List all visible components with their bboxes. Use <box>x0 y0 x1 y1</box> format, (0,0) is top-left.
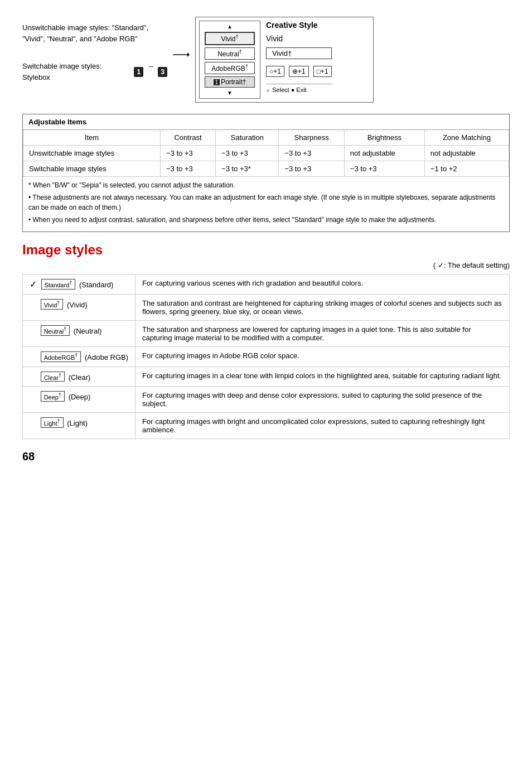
num-box-3: 3 <box>158 67 167 77</box>
menu-list: ▲ Vivid† Neutral† AdobeRGB† 1Portrait† ▼ <box>199 21 260 99</box>
row2-sharpness: −3 to +3 <box>279 161 344 177</box>
adjustment-controls: ○+1 ⊕+1 □+1 <box>266 66 332 77</box>
row1-contrast: −3 to +3 <box>161 146 216 161</box>
list-item: Clear† (Clear) For capturing images in a… <box>23 367 510 387</box>
style-name-standard: (Standard) <box>79 281 113 289</box>
col-header-item: Item <box>23 130 161 146</box>
row1-sharpness: −3 to +3 <box>279 146 344 161</box>
list-item: Light† (Light) For capturing images with… <box>23 413 510 439</box>
style-icon-clear: Clear† <box>41 372 65 382</box>
adjustable-items-table: Item Contrast Saturation Sharpness Brigh… <box>23 130 509 177</box>
style-icon-cell-neutral: Neutral† (Neutral) <box>23 321 136 347</box>
style-icon-neutral: Neutral† <box>41 325 70 336</box>
arrow-up-icon: ▲ <box>227 23 233 30</box>
style-desc-deep: For capturing images with deep and dense… <box>136 387 510 413</box>
selected-style-label: Vivid <box>266 34 332 43</box>
adjustable-items-title: Adjustable Items <box>23 114 509 130</box>
menu-item-neutral: Neutral† <box>205 47 255 60</box>
page-number: 68 <box>22 450 510 463</box>
style-name-vivid: (Vivid) <box>67 301 88 309</box>
style-name-light: (Light) <box>67 419 88 427</box>
image-styles-title: Image styles <box>22 242 510 258</box>
col-header-saturation: Saturation <box>216 130 279 146</box>
style-icon-deep: Deep† <box>41 391 65 402</box>
adj-contrast: ○+1 <box>266 66 284 77</box>
style-icon-cell-light: Light† (Light) <box>23 413 136 439</box>
arrow-down-icon: ▼ <box>227 90 233 96</box>
arrow-connector <box>173 17 190 59</box>
style-name-deep: (Deep) <box>69 393 91 401</box>
row2-contrast: −3 to +3 <box>161 161 216 177</box>
note-3: • When you need to adjust contrast, satu… <box>28 215 504 225</box>
row1-saturation: −3 to +3 <box>216 146 279 161</box>
style-icon-cell-clear: Clear† (Clear) <box>23 367 136 387</box>
menu-item-vivid: Vivid† <box>205 32 255 45</box>
right-arrow-icon <box>173 50 190 59</box>
style-icon-light: Light† <box>41 417 64 428</box>
checkmark-icon: ✓ <box>30 279 37 289</box>
style-icon-cell-standard: ✓ Standard† (Standard) <box>23 274 136 295</box>
row1-item: Unswitchable image styles <box>23 146 161 161</box>
style-desc-clear: For capturing images in a clear tone wit… <box>136 367 510 387</box>
style-name-clear: (Clear) <box>69 373 91 381</box>
table-notes: * When "B/W" or "Sepia" is selected, you… <box>23 177 509 232</box>
row2-saturation: −3 to +3* <box>216 161 279 177</box>
style-desc-light: For capturing images with bright and unc… <box>136 413 510 439</box>
menu-right-panel: Creative Style Vivid Vivid† ○+1 ⊕+1 □+1 … <box>266 21 332 99</box>
list-item: AdobeRGB† (Adobe RGB) For capturing imag… <box>23 347 510 367</box>
style-icon-vivid: Vivid† <box>41 299 64 310</box>
num-box-1: 1 <box>134 67 143 77</box>
styles-table: ✓ Standard† (Standard) For capturing var… <box>22 274 510 439</box>
row1-brightness: not adjustable <box>344 146 424 161</box>
top-left-labels: Unswitchable image styles: "Standard", "… <box>22 17 167 83</box>
list-item: Vivid† (Vivid) The saturation and contra… <box>23 295 510 321</box>
row2-item: Switchable image styles <box>23 161 161 177</box>
style-desc-adobergb: For capturing images in Adobe RGB color … <box>136 347 510 367</box>
menu-item-adobergb: AdobeRGB† <box>205 62 255 74</box>
style-icon-standard: Standard† <box>41 279 76 290</box>
style-icon-adobergb: AdobeRGB† <box>41 351 81 362</box>
col-header-sharpness: Sharpness <box>279 130 344 146</box>
col-header-zone-matching: Zone Matching <box>424 130 509 146</box>
menu-navigation: ⬦ Select ● Exit <box>266 84 332 93</box>
style-desc-neutral: The saturation and sharpness are lowered… <box>136 321 510 347</box>
style-icon-cell-deep: Deep† (Deep) <box>23 387 136 413</box>
list-item: Deep† (Deep) For capturing images with d… <box>23 387 510 413</box>
image-styles-section: Image styles ( ✓: The default setting) ✓… <box>22 242 510 439</box>
row2-brightness: −3 to +3 <box>344 161 424 177</box>
style-name-adobergb: (Adobe RGB) <box>85 353 128 361</box>
col-header-brightness: Brightness <box>344 130 424 146</box>
svg-marker-1 <box>187 52 190 57</box>
list-item: Neutral† (Neutral) The saturation and sh… <box>23 321 510 347</box>
style-desc-vivid: The saturation and contrast are heighten… <box>136 295 510 321</box>
adj-sharpness: □+1 <box>313 66 332 77</box>
row2-zone-matching: −1 to +2 <box>424 161 509 177</box>
list-item: ✓ Standard† (Standard) For capturing var… <box>23 274 510 295</box>
selected-style-box: Vivid† <box>266 47 332 59</box>
menu-item-portrait: 1Portrait† <box>205 76 255 88</box>
style-icon-cell-vivid: Vivid† (Vivid) <box>23 295 136 321</box>
camera-menu-diagram: ▲ Vivid† Neutral† AdobeRGB† 1Portrait† ▼… <box>195 17 374 103</box>
adjustable-items-section: Adjustable Items Item Contrast Saturatio… <box>22 114 510 232</box>
unswitchable-label: Unswitchable image styles: "Standard", "… <box>22 22 167 44</box>
style-name-neutral: (Neutral) <box>74 327 102 335</box>
creative-style-title: Creative Style <box>266 21 332 30</box>
table-row: Switchable image styles −3 to +3 −3 to +… <box>23 161 509 177</box>
note-2: • These adjustments are not always neces… <box>28 192 504 213</box>
style-desc-standard: For capturing various scenes with rich g… <box>136 274 510 295</box>
row1-zone-matching: not adjustable <box>424 146 509 161</box>
table-row: Unswitchable image styles −3 to +3 −3 to… <box>23 146 509 161</box>
default-setting-note: ( ✓: The default setting) <box>22 261 510 269</box>
note-1: * When "B/W" or "Sepia" is selected, you… <box>28 180 504 190</box>
top-section: Unswitchable image styles: "Standard", "… <box>22 17 510 103</box>
col-header-contrast: Contrast <box>161 130 216 146</box>
adj-saturation: ⊕+1 <box>289 66 309 77</box>
style-icon-cell-adobergb: AdobeRGB† (Adobe RGB) <box>23 347 136 367</box>
switchable-label: Switchable image styles: Stylebox 1 – 3 <box>22 61 167 83</box>
